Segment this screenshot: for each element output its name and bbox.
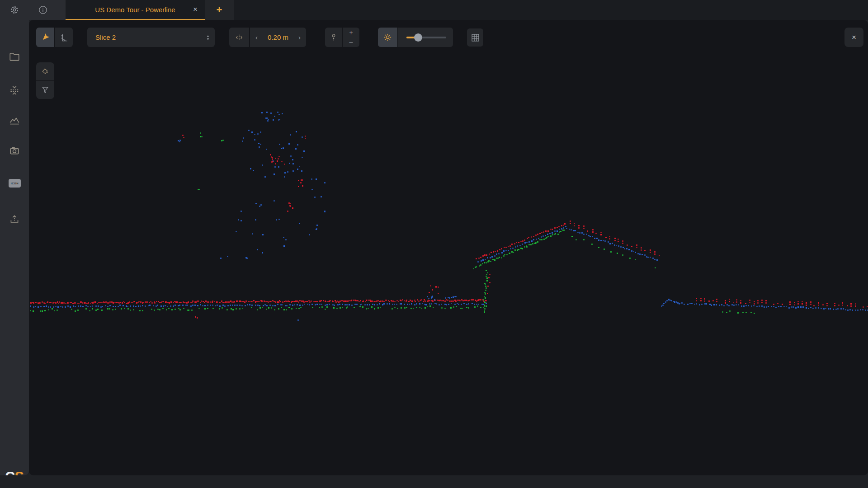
- brightness-slider[interactable]: [398, 28, 453, 47]
- new-tab-button[interactable]: +: [205, 0, 234, 20]
- point-size-icon: [329, 33, 338, 42]
- measure-tool-button[interactable]: [55, 28, 73, 47]
- sidebar-item-terrain[interactable]: [9, 115, 20, 127]
- filter-funnel-icon: [41, 85, 50, 94]
- sidebar-item-capture[interactable]: [9, 145, 20, 156]
- sidebar-item-slice[interactable]: [9, 84, 20, 96]
- slice-select[interactable]: Slice 2 ▴ ▾: [87, 28, 215, 47]
- close-view-button[interactable]: ×: [844, 28, 863, 47]
- slice-width-stepper: ‹ 0.20 m ›: [250, 28, 306, 47]
- brightness-handle[interactable]: [414, 33, 422, 42]
- navigation-arrow-icon: [41, 33, 50, 42]
- tab-us-demo-tour-powerline[interactable]: US Demo Tour - Powerline ×: [66, 0, 205, 20]
- icon-badge: ICON: [9, 179, 21, 188]
- point-size-increase-button[interactable]: +: [343, 28, 359, 38]
- paint-bucket-button[interactable]: [36, 62, 54, 80]
- expand-width-icon: [235, 33, 244, 42]
- slice-icon: [9, 84, 20, 96]
- slice-select-value: Slice 2: [95, 33, 116, 41]
- grid-icon: [471, 33, 480, 42]
- point-size-decrease-button[interactable]: –: [343, 38, 359, 47]
- plus-icon: +: [217, 4, 222, 16]
- close-icon: ×: [852, 33, 856, 42]
- grid-toggle-button[interactable]: [467, 28, 483, 47]
- terrain-icon: [9, 115, 20, 127]
- sidebar: ICON CS: [0, 20, 29, 475]
- tab-title: US Demo Tour - Powerline: [95, 6, 175, 14]
- camera-icon: [9, 145, 20, 156]
- point-size-button[interactable]: [325, 28, 342, 47]
- sidebar-item-export[interactable]: [9, 213, 20, 225]
- top-bar-left: [0, 0, 66, 20]
- brightness-button[interactable]: [378, 28, 397, 47]
- sun-icon: [383, 33, 392, 42]
- folder-icon: [10, 53, 19, 61]
- viewport-panel: [29, 20, 868, 475]
- info-icon[interactable]: [38, 5, 48, 15]
- filter-button[interactable]: [36, 81, 54, 99]
- spinner-icon[interactable]: ▴ ▾: [207, 28, 209, 47]
- chevron-right-icon[interactable]: ›: [298, 34, 301, 41]
- slice-width-button[interactable]: [229, 28, 249, 47]
- pointcloud-canvas[interactable]: [29, 20, 868, 475]
- sidebar-item-placeholder[interactable]: ICON: [9, 179, 20, 191]
- slice-width-value: 0.20 m: [268, 33, 288, 41]
- paint-bucket-icon: [41, 67, 50, 76]
- tab-close-icon[interactable]: ×: [193, 0, 198, 19]
- chevron-left-icon[interactable]: ‹: [255, 34, 258, 41]
- settings-gear-icon[interactable]: [9, 5, 19, 15]
- navigate-tool-button[interactable]: [36, 28, 54, 47]
- upload-icon: [9, 213, 20, 225]
- status-bar: [0, 475, 868, 488]
- brightness-track[interactable]: [406, 37, 446, 38]
- ruler-icon: [59, 33, 68, 42]
- top-bar: US Demo Tour - Powerline × +: [0, 0, 868, 20]
- point-size-stepper: + –: [343, 28, 359, 47]
- sidebar-item-projects[interactable]: [9, 51, 20, 62]
